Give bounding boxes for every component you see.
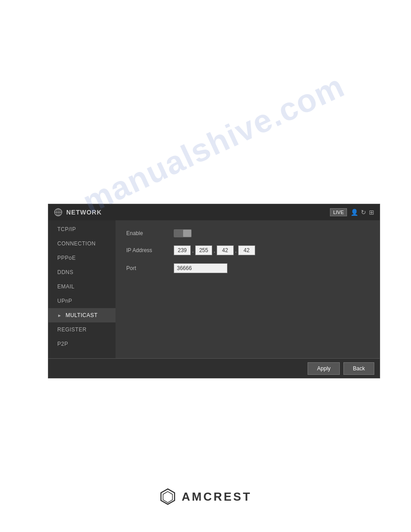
svg-marker-5 [163, 492, 172, 503]
ip-octet-1[interactable] [174, 245, 191, 255]
apply-button[interactable]: Apply [308, 362, 340, 375]
sidebar-label-multicast: MULTICAST [65, 312, 98, 318]
sidebar-label-register: REGISTER [57, 326, 86, 333]
ip-dot-3: . [234, 247, 238, 254]
back-button[interactable]: Back [343, 362, 374, 375]
sidebar-item-email[interactable]: EMAIL [48, 279, 116, 294]
content-area: TCP/IP CONNECTION PPPoE DDNS EMAIL UPnP … [48, 220, 380, 358]
sidebar-item-multicast[interactable]: ► MULTICAST [48, 308, 116, 322]
ip-dot-1: . [191, 247, 195, 254]
globe-icon [54, 208, 63, 217]
ip-octet-4[interactable] [238, 245, 255, 255]
panel-title: NETWORK [66, 209, 326, 216]
sidebar-label-p2p: P2P [57, 341, 68, 347]
refresh-icon[interactable]: ↻ [361, 209, 366, 216]
ip-input-group: . . . [174, 245, 255, 255]
sidebar-label-pppoe: PPPoE [57, 255, 76, 261]
enable-toggle[interactable] [174, 229, 192, 237]
ip-address-label: IP Address [126, 247, 167, 253]
port-label: Port [126, 265, 167, 271]
amcrest-logo-text: AMCREST [182, 490, 252, 504]
ip-address-row: IP Address . . . [126, 245, 369, 255]
sidebar-label-upnp: UPnP [57, 298, 72, 304]
logo-area: AMCREST [159, 488, 252, 505]
sidebar-item-connection[interactable]: CONNECTION [48, 236, 116, 251]
sidebar-item-upnp[interactable]: UPnP [48, 294, 116, 308]
user-icon[interactable]: 👤 [351, 209, 358, 216]
sidebar-item-register[interactable]: REGISTER [48, 322, 116, 337]
ip-octet-3[interactable] [217, 245, 234, 255]
network-settings-panel: NETWORK LIVE 👤 ↻ ⊞ TCP/IP CONNECTION PPP… [48, 204, 380, 378]
enable-row: Enable [126, 229, 369, 237]
header-bar: NETWORK LIVE 👤 ↻ ⊞ [48, 204, 380, 220]
sidebar-item-ddns[interactable]: DDNS [48, 265, 116, 279]
toggle-knob [183, 230, 191, 237]
port-input[interactable] [174, 263, 227, 273]
bottom-bar: Apply Back [48, 358, 380, 378]
header-icons: 👤 ↻ ⊞ [351, 209, 374, 216]
enable-label: Enable [126, 230, 167, 236]
sidebar-label-tcp-ip: TCP/IP [57, 226, 76, 232]
sidebar: TCP/IP CONNECTION PPPoE DDNS EMAIL UPnP … [48, 220, 116, 358]
amcrest-logo-icon [159, 488, 176, 505]
sidebar-item-pppoe[interactable]: PPPoE [48, 251, 116, 265]
watermark: manualshive.com [77, 67, 350, 220]
sidebar-label-ddns: DDNS [57, 269, 73, 275]
ip-octet-2[interactable] [195, 245, 212, 255]
form-area: Enable IP Address . . . [116, 220, 380, 358]
port-row: Port [126, 263, 369, 273]
grid-icon[interactable]: ⊞ [369, 209, 374, 216]
sidebar-label-connection: CONNECTION [57, 240, 96, 247]
active-arrow-icon: ► [57, 313, 62, 318]
ip-dot-2: . [212, 247, 217, 254]
sidebar-label-email: EMAIL [57, 283, 75, 290]
live-badge: LIVE [330, 208, 347, 216]
sidebar-item-p2p[interactable]: P2P [48, 337, 116, 351]
sidebar-item-tcp-ip[interactable]: TCP/IP [48, 222, 116, 236]
